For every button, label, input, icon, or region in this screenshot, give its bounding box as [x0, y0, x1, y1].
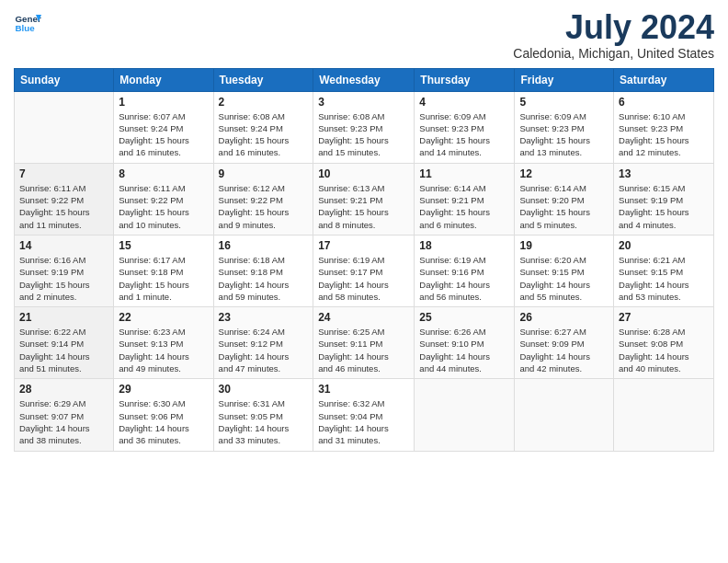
day-number: 25 — [419, 311, 509, 324]
calendar-cell: 9Sunrise: 6:12 AM Sunset: 9:22 PM Daylig… — [213, 163, 313, 235]
col-sunday: Sunday — [15, 68, 114, 91]
calendar-cell: 10Sunrise: 6:13 AM Sunset: 9:21 PM Dayli… — [313, 163, 415, 235]
calendar-week-4: 21Sunrise: 6:22 AM Sunset: 9:14 PM Dayli… — [15, 307, 714, 379]
calendar-cell: 16Sunrise: 6:18 AM Sunset: 9:18 PM Dayli… — [213, 235, 313, 306]
calendar-cell: 27Sunrise: 6:28 AM Sunset: 9:08 PM Dayli… — [614, 307, 714, 379]
calendar-cell: 14Sunrise: 6:16 AM Sunset: 9:19 PM Dayli… — [15, 235, 114, 306]
day-info: Sunrise: 6:14 AM Sunset: 9:20 PM Dayligh… — [519, 182, 609, 231]
day-number: 9 — [219, 167, 309, 180]
day-number: 30 — [219, 383, 309, 396]
day-info: Sunrise: 6:09 AM Sunset: 9:23 PM Dayligh… — [419, 110, 509, 159]
day-number: 13 — [619, 167, 709, 180]
day-number: 24 — [318, 311, 409, 324]
day-number: 10 — [318, 167, 409, 180]
calendar-cell: 3Sunrise: 6:08 AM Sunset: 9:23 PM Daylig… — [313, 91, 415, 163]
day-info: Sunrise: 6:12 AM Sunset: 9:22 PM Dayligh… — [219, 182, 309, 231]
day-number: 20 — [619, 239, 709, 252]
calendar-week-5: 28Sunrise: 6:29 AM Sunset: 9:07 PM Dayli… — [15, 379, 714, 451]
day-number: 18 — [419, 239, 509, 252]
day-info: Sunrise: 6:15 AM Sunset: 9:19 PM Dayligh… — [619, 182, 709, 231]
day-number: 14 — [19, 239, 108, 252]
col-thursday: Thursday — [415, 68, 515, 91]
day-info: Sunrise: 6:29 AM Sunset: 9:07 PM Dayligh… — [19, 397, 108, 446]
col-saturday: Saturday — [614, 68, 714, 91]
calendar-week-3: 14Sunrise: 6:16 AM Sunset: 9:19 PM Dayli… — [15, 235, 714, 306]
calendar-cell: 15Sunrise: 6:17 AM Sunset: 9:18 PM Dayli… — [114, 235, 213, 306]
day-number: 5 — [519, 96, 609, 109]
day-info: Sunrise: 6:24 AM Sunset: 9:12 PM Dayligh… — [219, 326, 309, 374]
page-title: July 2024 — [513, 9, 714, 46]
calendar-table: Sunday Monday Tuesday Wednesday Thursday… — [14, 68, 714, 452]
day-number: 26 — [519, 311, 609, 324]
calendar-cell: 21Sunrise: 6:22 AM Sunset: 9:14 PM Dayli… — [15, 307, 114, 379]
calendar-cell: 18Sunrise: 6:19 AM Sunset: 9:16 PM Dayli… — [415, 235, 515, 306]
calendar-cell: 6Sunrise: 6:10 AM Sunset: 9:23 PM Daylig… — [614, 91, 714, 163]
day-info: Sunrise: 6:32 AM Sunset: 9:04 PM Dayligh… — [318, 397, 409, 446]
day-number: 17 — [318, 239, 409, 252]
calendar-cell: 5Sunrise: 6:09 AM Sunset: 9:23 PM Daylig… — [515, 91, 614, 163]
day-number: 3 — [318, 96, 409, 109]
day-number: 4 — [419, 96, 509, 109]
day-number: 27 — [619, 311, 709, 324]
col-tuesday: Tuesday — [213, 68, 313, 91]
col-monday: Monday — [114, 68, 213, 91]
page-header: General Blue July 2024 Caledonia, Michig… — [14, 9, 714, 61]
day-number: 16 — [219, 239, 309, 252]
day-number: 12 — [519, 167, 609, 180]
day-number: 19 — [519, 239, 609, 252]
day-info: Sunrise: 6:08 AM Sunset: 9:23 PM Dayligh… — [318, 110, 409, 159]
calendar-cell: 26Sunrise: 6:27 AM Sunset: 9:09 PM Dayli… — [515, 307, 614, 379]
logo-icon: General Blue — [14, 9, 41, 37]
calendar-header-row: Sunday Monday Tuesday Wednesday Thursday… — [15, 68, 714, 91]
day-number: 15 — [119, 239, 208, 252]
svg-text:Blue: Blue — [16, 23, 36, 33]
calendar-cell: 7Sunrise: 6:11 AM Sunset: 9:22 PM Daylig… — [15, 163, 114, 235]
calendar-cell: 12Sunrise: 6:14 AM Sunset: 9:20 PM Dayli… — [515, 163, 614, 235]
day-number: 1 — [119, 96, 208, 109]
day-info: Sunrise: 6:27 AM Sunset: 9:09 PM Dayligh… — [519, 326, 609, 374]
calendar-cell: 8Sunrise: 6:11 AM Sunset: 9:22 PM Daylig… — [114, 163, 213, 235]
calendar-cell: 17Sunrise: 6:19 AM Sunset: 9:17 PM Dayli… — [313, 235, 415, 306]
day-info: Sunrise: 6:07 AM Sunset: 9:24 PM Dayligh… — [119, 110, 208, 159]
day-info: Sunrise: 6:19 AM Sunset: 9:17 PM Dayligh… — [318, 254, 409, 303]
calendar-cell: 24Sunrise: 6:25 AM Sunset: 9:11 PM Dayli… — [313, 307, 415, 379]
day-info: Sunrise: 6:10 AM Sunset: 9:23 PM Dayligh… — [619, 110, 709, 159]
title-block: July 2024 Caledonia, Michigan, United St… — [513, 9, 714, 61]
calendar-cell: 29Sunrise: 6:30 AM Sunset: 9:06 PM Dayli… — [114, 379, 213, 451]
day-info: Sunrise: 6:14 AM Sunset: 9:21 PM Dayligh… — [419, 182, 509, 231]
col-wednesday: Wednesday — [313, 68, 415, 91]
day-info: Sunrise: 6:23 AM Sunset: 9:13 PM Dayligh… — [119, 326, 208, 374]
calendar-cell: 2Sunrise: 6:08 AM Sunset: 9:24 PM Daylig… — [213, 91, 313, 163]
calendar-cell: 20Sunrise: 6:21 AM Sunset: 9:15 PM Dayli… — [614, 235, 714, 306]
col-friday: Friday — [515, 68, 614, 91]
day-info: Sunrise: 6:22 AM Sunset: 9:14 PM Dayligh… — [19, 326, 108, 374]
page-container: General Blue July 2024 Caledonia, Michig… — [0, 0, 728, 563]
day-info: Sunrise: 6:30 AM Sunset: 9:06 PM Dayligh… — [119, 397, 208, 446]
day-number: 7 — [19, 167, 108, 180]
calendar-cell: 19Sunrise: 6:20 AM Sunset: 9:15 PM Dayli… — [515, 235, 614, 306]
day-info: Sunrise: 6:21 AM Sunset: 9:15 PM Dayligh… — [619, 254, 709, 303]
day-info: Sunrise: 6:16 AM Sunset: 9:19 PM Dayligh… — [19, 254, 108, 303]
day-info: Sunrise: 6:19 AM Sunset: 9:16 PM Dayligh… — [419, 254, 509, 303]
day-info: Sunrise: 6:31 AM Sunset: 9:05 PM Dayligh… — [219, 397, 309, 446]
day-info: Sunrise: 6:26 AM Sunset: 9:10 PM Dayligh… — [419, 326, 509, 374]
day-info: Sunrise: 6:11 AM Sunset: 9:22 PM Dayligh… — [119, 182, 208, 231]
day-info: Sunrise: 6:08 AM Sunset: 9:24 PM Dayligh… — [219, 110, 309, 159]
day-info: Sunrise: 6:28 AM Sunset: 9:08 PM Dayligh… — [619, 326, 709, 374]
calendar-cell: 28Sunrise: 6:29 AM Sunset: 9:07 PM Dayli… — [15, 379, 114, 451]
calendar-cell — [15, 91, 114, 163]
calendar-cell: 25Sunrise: 6:26 AM Sunset: 9:10 PM Dayli… — [415, 307, 515, 379]
logo: General Blue — [14, 9, 41, 37]
calendar-week-2: 7Sunrise: 6:11 AM Sunset: 9:22 PM Daylig… — [15, 163, 714, 235]
day-info: Sunrise: 6:09 AM Sunset: 9:23 PM Dayligh… — [519, 110, 609, 159]
calendar-cell: 13Sunrise: 6:15 AM Sunset: 9:19 PM Dayli… — [614, 163, 714, 235]
calendar-cell: 11Sunrise: 6:14 AM Sunset: 9:21 PM Dayli… — [415, 163, 515, 235]
day-number: 21 — [19, 311, 108, 324]
day-info: Sunrise: 6:18 AM Sunset: 9:18 PM Dayligh… — [219, 254, 309, 303]
day-number: 22 — [119, 311, 208, 324]
calendar-cell: 23Sunrise: 6:24 AM Sunset: 9:12 PM Dayli… — [213, 307, 313, 379]
day-info: Sunrise: 6:20 AM Sunset: 9:15 PM Dayligh… — [519, 254, 609, 303]
day-number: 8 — [119, 167, 208, 180]
calendar-cell — [614, 379, 714, 451]
day-number: 11 — [419, 167, 509, 180]
